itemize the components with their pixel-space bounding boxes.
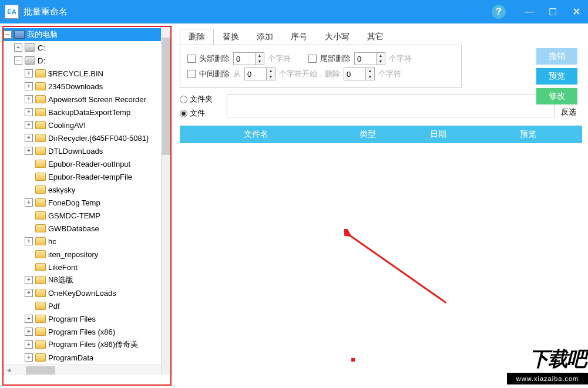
minimize-button[interactable]: —	[518, 0, 541, 23]
folder-icon	[35, 276, 46, 284]
collapse-icon[interactable]: −	[14, 56, 22, 65]
tree-row[interactable]: +ProgramData	[4, 351, 170, 364]
tree-row[interactable]: +DTLDownLoads	[4, 144, 170, 157]
tree-row[interactable]: +BackupDataExportTemp	[4, 106, 170, 119]
expand-icon[interactable]: +	[25, 95, 33, 103]
folder-icon	[35, 224, 46, 232]
tree-row[interactable]: Epubor-Reader-outInput	[4, 157, 170, 170]
tree-row[interactable]: Epubor-Reader-tempFile	[4, 170, 170, 183]
tree-spacer	[25, 211, 33, 220]
tree-row[interactable]: +N8选版	[4, 274, 170, 286]
expand-icon[interactable]: +	[14, 43, 22, 52]
expand-icon[interactable]: +	[25, 328, 33, 336]
tree-row[interactable]: +OneKeyDownLoads	[4, 286, 170, 299]
titlebar: EA 批量重命名 ? — ☐ ✕	[0, 0, 588, 23]
expand-icon[interactable]: +	[25, 276, 33, 284]
tab-number[interactable]: 序号	[282, 29, 316, 45]
close-button[interactable]: ✕	[565, 0, 588, 23]
col-preview[interactable]: 预览	[473, 129, 582, 140]
tree-row[interactable]: Pdf	[4, 299, 170, 312]
folder-icon	[35, 121, 46, 129]
tree-label: 2345Downloads	[48, 82, 103, 91]
expand-icon[interactable]: +	[25, 340, 33, 349]
mid-start-spinner[interactable]: ▲▼	[244, 68, 275, 80]
tree-row[interactable]: iten_repository	[4, 248, 170, 261]
folder-icon	[35, 173, 46, 181]
tree-row[interactable]: +CoolingAVI	[4, 119, 170, 131]
tree-row[interactable]: −我的电脑	[4, 28, 170, 41]
head-delete-checkbox[interactable]	[187, 55, 196, 63]
tree-row[interactable]: LikeFont	[4, 261, 170, 274]
tree-row[interactable]: eskysky	[4, 183, 170, 196]
tree-label: CoolingAVI	[48, 121, 86, 130]
tail-delete-spinner[interactable]: ▲▼	[354, 52, 385, 65]
tree-row[interactable]: +C:	[4, 41, 170, 54]
expand-icon[interactable]: +	[25, 69, 33, 77]
tree-row[interactable]: +2345Downloads	[4, 80, 170, 93]
expand-icon[interactable]: +	[25, 108, 33, 116]
collapse-icon[interactable]: −	[4, 31, 12, 39]
expand-icon[interactable]: +	[25, 353, 33, 362]
tab-other[interactable]: 其它	[358, 29, 392, 45]
tree-row[interactable]: GWBDatabase	[4, 222, 170, 235]
folder-icon	[35, 185, 46, 194]
tree-label: DirRecycler.{645FF040-5081}	[48, 134, 149, 143]
tree-row[interactable]: +Program Files (x86)	[4, 325, 170, 338]
tree-row[interactable]: +Apowersoft Screen Recorder	[4, 93, 170, 106]
expand-icon[interactable]: +	[25, 315, 33, 323]
app-icon: EA	[5, 5, 19, 19]
expand-icon[interactable]: +	[25, 198, 33, 207]
tree-row[interactable]: −D:	[4, 54, 170, 67]
path-input-box[interactable]	[227, 94, 555, 117]
tree-row[interactable]: +Program Files	[4, 312, 170, 325]
col-date[interactable]: 日期	[403, 129, 473, 140]
tab-replace[interactable]: 替换	[214, 29, 248, 45]
col-type[interactable]: 类型	[332, 129, 403, 140]
tree-label: hc	[48, 237, 56, 246]
tree-row[interactable]: +Program Files (x86)传奇美	[4, 338, 170, 351]
tree-row[interactable]: +FoneDog Temp	[4, 196, 170, 209]
tree-label: BackupDataExportTemp	[48, 108, 130, 117]
expand-icon[interactable]: +	[25, 237, 33, 245]
col-filename[interactable]: 文件名	[180, 129, 332, 140]
folder-tree-panel: −我的电脑+C:−D:+$RECYCLE.BIN+2345Downloads+A…	[2, 26, 172, 386]
tree-row[interactable]: +DirRecycler.{645FF040-5081}	[4, 131, 170, 144]
tree-horizontal-scrollbar[interactable]: ◄►	[4, 365, 170, 375]
expand-icon[interactable]: +	[25, 82, 33, 90]
folder-icon	[35, 315, 46, 323]
tree-label: DTLDownLoads	[48, 147, 103, 156]
tree-label: Program Files	[48, 315, 96, 323]
head-delete-spinner[interactable]: ▲▼	[233, 52, 264, 65]
preview-button[interactable]: 预览	[536, 68, 577, 85]
folder-icon	[35, 134, 46, 142]
tree-row[interactable]: GSMDC-TEMP	[4, 209, 170, 222]
tree-row[interactable]: +hc	[4, 235, 170, 248]
folder-icon	[35, 160, 46, 168]
expand-icon[interactable]: +	[25, 134, 33, 142]
tree-spacer	[25, 173, 33, 181]
radio-folder[interactable]: 文件夹	[180, 94, 221, 104]
tree-label: Program Files (x86)	[48, 328, 115, 336]
tree-label: Program Files (x86)传奇美	[48, 339, 138, 350]
maximize-button[interactable]: ☐	[541, 0, 565, 23]
tree-label: 我的电脑	[27, 29, 58, 40]
expand-icon[interactable]: +	[25, 289, 33, 297]
mid-count-spinner[interactable]: ▲▼	[344, 68, 375, 80]
folder-icon	[35, 340, 46, 349]
expand-icon[interactable]: +	[25, 147, 33, 155]
folder-icon	[35, 108, 46, 116]
mid-delete-checkbox[interactable]	[187, 70, 196, 78]
tab-add[interactable]: 添加	[248, 29, 282, 45]
tree-row[interactable]: +$RECYCLE.BIN	[4, 67, 170, 80]
modify-button[interactable]: 修改	[536, 88, 577, 104]
tree-vertical-scrollbar[interactable]	[161, 27, 170, 374]
tab-delete[interactable]: 删除	[180, 29, 214, 45]
invert-selection-link[interactable]: 反选	[561, 107, 582, 117]
expand-icon[interactable]: +	[25, 121, 33, 129]
radio-file[interactable]: 文件	[180, 108, 221, 119]
tail-delete-checkbox[interactable]	[308, 55, 317, 63]
tree-label: eskysky	[48, 185, 75, 194]
tab-case[interactable]: 大小写	[316, 29, 358, 45]
undo-button[interactable]: 撤销	[536, 48, 577, 65]
help-button[interactable]: ?	[492, 5, 506, 19]
